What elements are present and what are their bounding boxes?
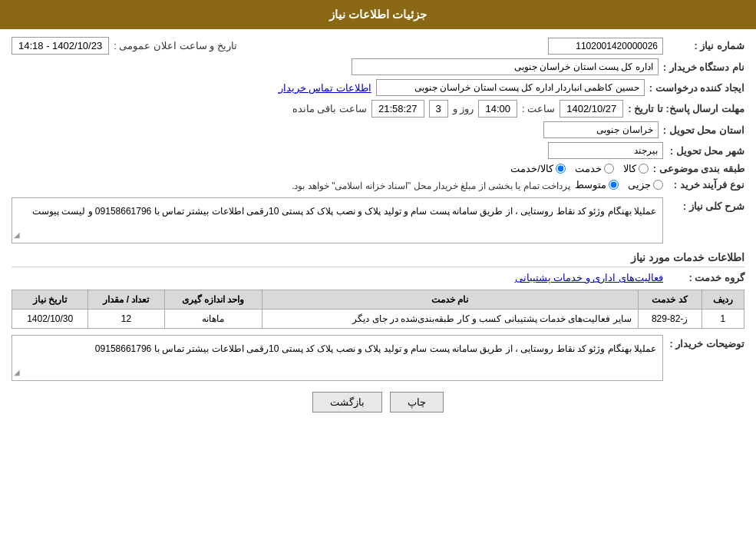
value-mohlat-roz: 3	[429, 100, 448, 118]
row-shahr: شهر محل تحویل : بیرجند	[12, 142, 744, 159]
value-mohlat-saat: 14:00	[478, 100, 517, 118]
row-noefar: نوع فرآیند خرید : جزیی متوسط پرداخت تمام…	[12, 178, 744, 191]
label-ijad: ایجاد کننده درخواست :	[649, 82, 744, 94]
sharh-text: عملیلا بهنگام وژئو کد نقاط روستایی ، از …	[32, 206, 656, 217]
page-header: جزئیات اطلاعات نیاز	[0, 0, 756, 29]
radio-kalakhadamat: کالا/خدمت	[510, 163, 566, 174]
page-wrapper: جزئیات اطلاعات نیاز شماره نیاز : 1102001…	[0, 0, 756, 540]
services-table: ردیف کد خدمت نام خدمت واحد اندازه گیری ت…	[12, 290, 744, 329]
radio-khadamat: خدمت	[575, 163, 614, 174]
label-sharh: شرح کلی نیاز :	[668, 197, 744, 212]
cell-kod: ز-82-829	[638, 310, 702, 329]
radio-kalakhadamat-input[interactable]	[556, 164, 566, 174]
tosehat-box: عملیلا بهنگام وژئو کد نقاط روستایی ، از …	[12, 335, 663, 381]
label-mohlat: مهلت ارسال پاسخ: تا تاریخ :	[628, 103, 744, 114]
radio-jozi-label: جزیی	[628, 179, 651, 190]
row-ijad: ایجاد کننده درخواست : حسین کاظمی انباردا…	[12, 79, 744, 96]
label-tosehat: توضیحات خریدار :	[668, 335, 744, 350]
th-tarikh: تاریخ نیاز	[12, 290, 88, 310]
radio-kala: کالا	[623, 163, 649, 174]
label-tarikh-elan: تاریخ و ساعت اعلان عمومی :	[114, 40, 237, 51]
label-tabaghe: طبقه بندی موضوعی :	[653, 163, 744, 174]
button-group: چاپ بازگشت	[12, 392, 744, 425]
radio-khadamat-label: خدمت	[575, 163, 602, 174]
link-tamas[interactable]: اطلاعات تماس خریدار	[279, 82, 371, 94]
radio-jozi-input[interactable]	[653, 180, 663, 190]
label-ostan: استان محل تحویل :	[663, 124, 744, 136]
value-ostan: خراسان جنوبی	[543, 121, 659, 138]
cell-nam: سایر فعالیت‌های خدمات پشتیبانی کسب و کار…	[262, 310, 638, 329]
radio-motavaset: متوسط	[575, 179, 619, 190]
cell-radif: 1	[702, 310, 744, 329]
value-tarikh-elan: 1402/10/23 - 14:18	[12, 37, 109, 55]
table-head: ردیف کد خدمت نام خدمت واحد اندازه گیری ت…	[12, 290, 744, 310]
radio-group-tabaghe: کالا خدمت کالا/خدمت	[510, 163, 649, 174]
label-saat: ساعت :	[522, 103, 555, 114]
th-nam: نام خدمت	[262, 290, 638, 310]
tosehat-text: عملیلا بهنگام وژئو کد نقاط روستایی ، از …	[95, 343, 656, 354]
th-radif: ردیف	[702, 290, 744, 310]
label-grohe: گروه خدمت :	[668, 272, 744, 283]
sharh-box-wrapper: عملیلا بهنگام وژئو کد نقاط روستایی ، از …	[12, 197, 663, 243]
row-tosehat: توضیحات خریدار : عملیلا بهنگام وژئو کد ن…	[12, 335, 744, 381]
label-shomare: شماره نیاز :	[668, 40, 744, 51]
services-title: اطلاعات خدمات مورد نیاز	[12, 251, 744, 267]
row-namdastgah: نام دستگاه خریدار : اداره کل پست استان خ…	[12, 58, 744, 75]
content-area: شماره نیاز : 1102001420000026 تاریخ و سا…	[0, 29, 756, 432]
tosehat-box-wrapper: عملیلا بهنگام وژئو کد نقاط روستایی ، از …	[12, 335, 663, 381]
process-note: پرداخت تمام یا بخشی از مبلغ خریدار محل "…	[292, 181, 570, 191]
radio-motavaset-label: متوسط	[575, 179, 606, 190]
value-ijad: حسین کاظمی انباردار اداره کل پست استان خ…	[376, 79, 645, 96]
tosehat-resize-icon: ◢	[14, 366, 20, 379]
resize-icon: ◢	[14, 229, 20, 241]
label-noefar: نوع فرآیند خرید :	[668, 179, 744, 190]
th-vahed: واحد اندازه گیری	[164, 290, 262, 310]
value-shomare: 1102001420000026	[548, 38, 663, 55]
radio-khadamat-input[interactable]	[604, 164, 614, 174]
th-tedad: تعداد / مقدار	[88, 290, 164, 310]
cell-vahed: ماهانه	[164, 310, 262, 329]
table-row: 1 ز-82-829 سایر فعالیت‌های خدمات پشتیبان…	[12, 310, 744, 329]
value-baghimande: 21:58:27	[371, 100, 424, 118]
row-tabaghe: طبقه بندی موضوعی : کالا خدمت کالا/خدمت	[12, 163, 744, 174]
btn-chap[interactable]: چاپ	[390, 392, 444, 412]
label-baghimande: ساعت باقی مانده	[292, 103, 367, 114]
table-header-row: ردیف کد خدمت نام خدمت واحد اندازه گیری ت…	[12, 290, 744, 310]
row-sharh: شرح کلی نیاز : عملیلا بهنگام وژئو کد نقا…	[12, 197, 744, 243]
value-shahr: بیرجند	[548, 142, 663, 159]
label-roz: روز و	[453, 103, 474, 114]
cell-tedad: 12	[88, 310, 164, 329]
page-title: جزئیات اطلاعات نیاز	[329, 8, 427, 21]
sharh-box: عملیلا بهنگام وژئو کد نقاط روستایی ، از …	[12, 197, 663, 243]
value-namdastgah: اداره کل پست استان خراسان جنوبی	[352, 58, 659, 75]
row-shomara: شماره نیاز : 1102001420000026 تاریخ و سا…	[12, 37, 744, 55]
row-grohe: گروه خدمت : فعالیت‌های اداری و خدمات پشت…	[12, 272, 744, 283]
value-grohe[interactable]: فعالیت‌های اداری و خدمات پشتیبانی	[515, 272, 663, 283]
label-shahr: شهر محل تحویل :	[668, 145, 744, 157]
row-mohlat: مهلت ارسال پاسخ: تا تاریخ : 1402/10/27 س…	[12, 100, 744, 118]
value-mohlat-date: 1402/10/27	[560, 100, 623, 118]
table-body: 1 ز-82-829 سایر فعالیت‌های خدمات پشتیبان…	[12, 310, 744, 329]
radio-kala-label: کالا	[623, 163, 636, 174]
label-namdastgah: نام دستگاه خریدار :	[663, 61, 744, 73]
radio-kala-input[interactable]	[639, 164, 649, 174]
radio-motavaset-input[interactable]	[609, 180, 619, 190]
th-kod: کد خدمت	[638, 290, 702, 310]
radio-jozi: جزیی	[628, 179, 663, 190]
row-ostan: استان محل تحویل : خراسان جنوبی	[12, 121, 744, 138]
radio-kalakhadamat-label: کالا/خدمت	[510, 163, 553, 174]
radio-group-farayand: جزیی متوسط	[575, 179, 663, 190]
btn-bazgasht[interactable]: بازگشت	[312, 392, 382, 412]
cell-tarikh: 1402/10/30	[12, 310, 88, 329]
